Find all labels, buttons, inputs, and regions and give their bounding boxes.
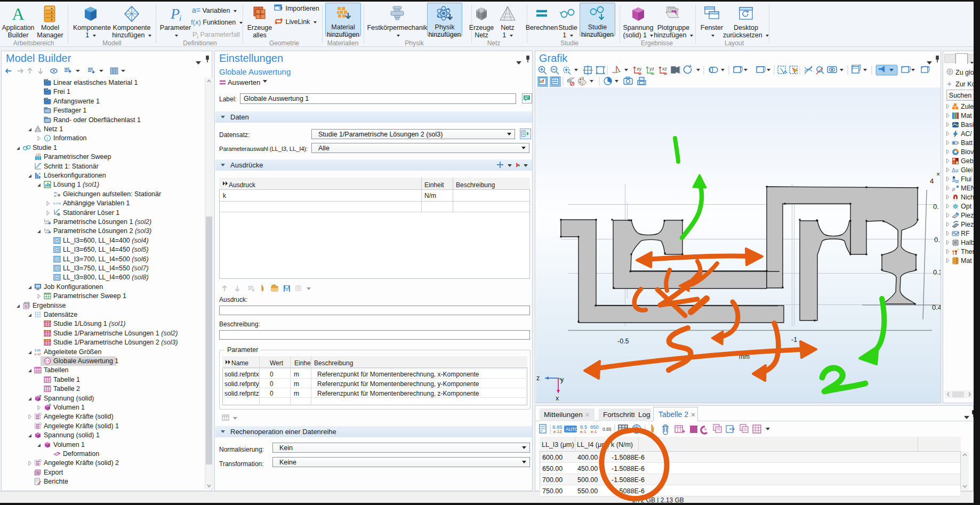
svg-text:0.: 0. — [933, 203, 939, 211]
svg-text:-1: -1 — [791, 336, 797, 343]
svg-text:e-1: e-1 — [580, 429, 587, 434]
svg-text:8.5: 8.5 — [45, 359, 50, 363]
svg-text:AUTO: AUTO — [566, 427, 579, 432]
svg-text:0.3: 0.3 — [933, 268, 941, 276]
svg-text:0.: 0. — [934, 236, 940, 244]
svg-text:u,x,w: u,x,w — [53, 201, 61, 205]
svg-text:μ: μ — [952, 185, 955, 191]
svg-text:z: z — [536, 374, 540, 382]
svg-text:123: 123 — [36, 153, 41, 156]
svg-text:D: D — [45, 88, 48, 92]
svg-text:Δu: Δu — [952, 167, 958, 173]
svg-text:at: at — [54, 194, 57, 197]
svg-text:P: P — [170, 5, 180, 22]
svg-text:0.4: 0.4 — [932, 303, 941, 311]
svg-text:e-1: e-1 — [591, 429, 597, 434]
svg-text:xy: xy — [637, 66, 642, 71]
svg-text:×: × — [936, 171, 940, 178]
svg-text:-0.5: -0.5 — [617, 338, 629, 345]
svg-text:yz: yz — [649, 66, 655, 71]
svg-text:e-12: e-12 — [553, 429, 563, 434]
svg-text:x: x — [556, 395, 559, 402]
svg-text:D: D — [45, 98, 48, 101]
svg-text:y: y — [560, 376, 564, 383]
svg-text:D: D — [45, 79, 48, 83]
svg-text:xz: xz — [662, 66, 668, 71]
svg-text:e-12: e-12 — [35, 352, 41, 356]
svg-text:8.85: 8.85 — [35, 349, 41, 352]
svg-text:i: i — [179, 14, 181, 22]
svg-text:4: 4 — [930, 177, 934, 185]
svg-text:A: A — [12, 5, 24, 23]
